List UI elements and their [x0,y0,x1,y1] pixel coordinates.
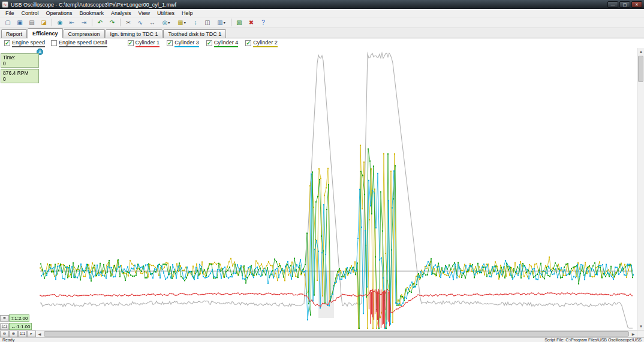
checkbox-engine-speed-detail[interactable] [51,40,57,46]
open-folder-icon[interactable]: ◪ [38,18,49,28]
actual-size-button[interactable]: 1:1 [0,323,9,330]
dropdown-caret-icon: ▾ [224,21,225,25]
snapshot-icon[interactable]: ◉ [55,18,65,28]
tab-compression[interactable]: Compression [64,29,105,38]
menu-utilities[interactable]: Utilities [154,9,178,17]
tab-report[interactable]: Report [1,29,27,38]
save-icon[interactable]: ▣ [14,18,25,28]
scrollbar-corner [637,331,644,337]
bookmark-previous-icon[interactable]: ⇤ [67,18,77,28]
zoom-in-button[interactable]: ⊕ [9,331,18,337]
channel-label-cylinder-1[interactable]: Cylinder 1 [136,40,160,47]
measure-icon[interactable]: ↔ [147,18,158,28]
cursor-lines-icon-glyph: ↕ [194,20,197,26]
redo-icon-glyph: ↷ [110,20,115,26]
menu-bookmark[interactable]: Bookmark [76,9,108,17]
zoom-mode-button[interactable]: ▸ [27,331,36,337]
checkbox-engine-speed[interactable]: ✓ [4,40,10,46]
bookmark-previous-icon-glyph: ⇤ [70,20,74,26]
window-title: USB Oscilloscope - C:\temp\Autoscope3\Px… [11,2,606,8]
horizontal-scroll-thumb[interactable] [44,331,629,337]
menu-control[interactable]: Control [18,9,43,17]
redo-icon[interactable]: ↷ [107,18,118,28]
statusbar: Ready Script File: C:\Program Files\USB … [0,337,644,342]
delete-icon-glyph: ✖ [249,20,254,26]
app-icon: ∿ [2,1,8,8]
bookmark-next-icon[interactable]: ⇥ [79,18,89,28]
open-folder-icon-glyph: ◪ [41,20,46,26]
vertical-scroll-thumb[interactable] [638,56,643,82]
titlebar: ∿ USB Oscilloscope - C:\temp\Autoscope3\… [0,0,644,9]
toolbar-separator [120,19,121,26]
tab-toothed-disk-to-tdc-1[interactable]: Toothed disk to TDC 1 [163,29,226,38]
scroll-right-icon[interactable]: ▶ [630,331,637,337]
waveform-icon[interactable]: ∿ [135,18,146,28]
zoom-out-button[interactable]: ⊖ [0,331,9,337]
menu-help[interactable]: Help [178,9,197,17]
help-icon[interactable]: ? [258,18,269,28]
undo-icon[interactable]: ↶ [95,18,106,28]
zoom-panel: ⊕ ↕:1:2.00 1:1 ↔:1:1.00 [0,313,41,330]
menu-file[interactable]: File [2,9,18,17]
status-left: Ready [2,338,14,342]
app-window: ∿ USB Oscilloscope - C:\temp\Autoscope3\… [0,0,644,342]
save-icon-glyph: ▣ [17,20,22,26]
tab-efficiency[interactable]: Efficiency [28,28,63,38]
tab-ign-timing-to-tdc-1[interactable]: Ign. timing to TDC 1 [106,29,163,38]
new-document-icon-glyph: ▢ [5,20,10,26]
channel-engine-speed: ✓Engine speed [4,40,45,47]
toolbar: ▢▣▤◪◉⇤⇥↶↷✂∿↔◎▾▦▾↕◫▥▾▧✖? [0,17,644,28]
cut-icon[interactable]: ✂ [123,18,134,28]
snapshot-icon-glyph: ◉ [58,20,63,26]
channel-label-cylinder-2[interactable]: Cylinder 2 [253,40,278,47]
vertical-scale-readout: ↕:1:2.00 [9,314,29,322]
cursor-lines-icon[interactable]: ↕ [190,18,201,28]
vertical-zoom-button[interactable]: ⊕ [0,315,9,322]
menu-analysis[interactable]: Analysis [107,9,135,17]
dropdown-caret-icon: ▾ [184,21,186,25]
rpm-value: 0 [3,76,37,82]
scroll-left-icon[interactable]: ◀ [36,331,43,337]
display-mode-icon[interactable]: ▥▾ [214,18,228,28]
checkbox-cylinder-2[interactable]: ✓ [245,40,251,46]
vertical-scrollbar[interactable]: ▲ ▼ [637,48,644,330]
menu-view[interactable]: View [135,9,154,17]
measure-icon-glyph: ↔ [149,20,155,26]
toolbar-separator [231,19,231,26]
maximize-button[interactable]: ▢ [619,1,630,8]
menubar: FileControlOperationsBookmarkAnalysisVie… [0,9,644,17]
tabbar: ReportEfficiencyCompressionIgn. timing t… [0,28,644,38]
new-document-icon[interactable]: ▢ [2,18,13,28]
overlay-grid-icon[interactable]: ▦▾ [174,18,189,28]
channel-label-engine-speed-detail[interactable]: Engine speed Detail [59,40,107,47]
print-icon[interactable]: ▤ [26,18,37,28]
bottom-bar: ⊖⊕1:1▸ ◀ ▶ [0,330,644,337]
channel-cylinder-1: ✓Cylinder 1 [128,40,160,47]
scroll-down-icon[interactable]: ▼ [637,323,644,330]
time-value: 0 [3,60,37,66]
scroll-up-icon[interactable]: ▲ [637,48,644,55]
checkbox-cylinder-1[interactable]: ✓ [128,40,134,46]
cut-icon-glyph: ✂ [126,20,131,26]
panel-layout-icon[interactable]: ◫ [202,18,213,28]
channel-label-cylinder-3[interactable]: Cylinder 3 [174,40,199,47]
zoom-tool-icon[interactable]: ◎▾ [159,18,173,28]
checkbox-cylinder-4[interactable]: ✓ [206,40,212,46]
waveform-canvas[interactable] [0,48,637,330]
dropdown-caret-icon: ▾ [168,21,170,25]
delete-icon[interactable]: ✖ [246,18,257,28]
close-button[interactable]: ✕ [631,1,642,8]
channel-label-engine-speed[interactable]: Engine speed [12,40,45,47]
channel-cylinder-3: ✓Cylinder 3 [167,40,199,47]
zoom-buttons: ⊖⊕1:1▸ [0,331,36,337]
menu-operations[interactable]: Operations [43,9,76,17]
checkbox-cylinder-3[interactable]: ✓ [167,40,173,46]
minimize-button[interactable]: — [607,1,618,8]
report-icon[interactable]: ▧ [234,18,245,28]
horizontal-scale-readout: ↔:1:1.00 [9,323,32,330]
channel-label-cylinder-4[interactable]: Cylinder 4 [214,40,239,47]
undo-icon-glyph: ↶ [98,20,103,26]
channel-cylinder-4: ✓Cylinder 4 [206,40,239,47]
zoom-actual-button[interactable]: 1:1 [18,331,27,337]
horizontal-scrollbar[interactable]: ◀ ▶ [36,331,637,337]
